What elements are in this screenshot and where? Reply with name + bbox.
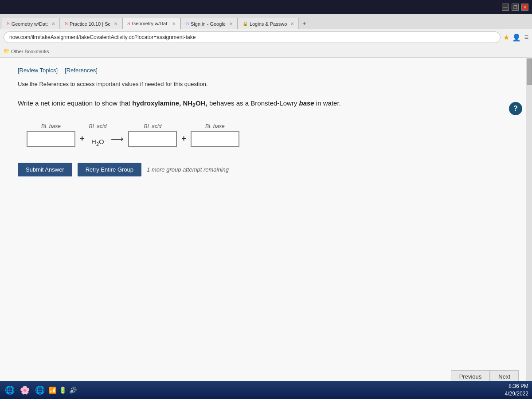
equation-area: BL base + BL acid H2O ⟶ BL acid + BL bas…: [27, 123, 408, 147]
tab-close-5[interactable]: ✕: [290, 21, 294, 26]
new-tab-button[interactable]: +: [299, 18, 309, 29]
tab-label-4: Sign in - Google: [191, 21, 226, 27]
tab-geometry2[interactable]: S Geometry w/Dat: ✕: [122, 18, 180, 29]
product2-input[interactable]: [191, 131, 239, 147]
minimize-button[interactable]: —: [502, 4, 509, 11]
tab-close-1[interactable]: ✕: [51, 21, 55, 26]
references-link[interactable]: [References]: [65, 67, 98, 74]
tab-close-2[interactable]: ✕: [114, 21, 117, 26]
tab-label-1: Geometry w/Dat:: [12, 21, 48, 27]
reactant1-label: BL base: [41, 123, 61, 129]
title-bar: — ❐ ✕: [0, 0, 532, 14]
tab-icon-5: 🔒: [243, 21, 248, 26]
tab-icon-1: S: [7, 21, 10, 26]
reactant1-input[interactable]: [27, 131, 75, 147]
product2-label: BL base: [205, 123, 225, 129]
volume-icon: 🔊: [69, 387, 77, 394]
menu-icon[interactable]: ≡: [524, 33, 528, 41]
main-content: [Review Topics] [References] Use the Ref…: [0, 58, 532, 399]
taskbar: 🌐 🌸 🌐 📶 🔋 🔊 8:36 PM 4/29/2022: [0, 381, 532, 399]
taskbar-flower-icon[interactable]: 🌸: [19, 384, 31, 396]
taskbar-app-icon[interactable]: 🌐: [34, 384, 46, 396]
question-text: Write a net ionic equation to show that …: [18, 98, 408, 110]
address-bar: ★ 👤 ≡: [0, 29, 532, 45]
question-text-part2: behaves as a Bronsted-Lowry: [207, 99, 299, 107]
question-text-part1: Write a net ionic equation to show that: [18, 99, 132, 107]
tab-label-2: Practice 10.10 | Sc: [70, 21, 110, 27]
tab-bar: S Geometry w/Dat: ✕ S Practice 10.10 | S…: [0, 14, 532, 29]
reactant1-group: BL base: [27, 123, 75, 147]
h2o-label: BL acid: [89, 123, 107, 129]
toolbar-icons: 👤 ≡: [512, 33, 528, 42]
product1-input[interactable]: [128, 131, 177, 147]
network-icon: 📶: [49, 387, 56, 394]
review-topics-link[interactable]: [Review Topics]: [18, 67, 58, 74]
h2o-formula: H2O: [91, 138, 104, 147]
user-icon[interactable]: 👤: [512, 33, 521, 42]
plus-operator-2: +: [181, 134, 186, 143]
other-bookmarks[interactable]: 📁 Other Bookmarks: [4, 48, 49, 54]
taskbar-date: 4/29/2022: [505, 390, 528, 398]
tab-close-4[interactable]: ✕: [229, 21, 233, 26]
scrollbar-thumb[interactable]: [527, 59, 532, 85]
tab-logins[interactable]: 🔒 Logins & Passwo ✕: [238, 18, 299, 29]
product2-group: BL base: [191, 123, 239, 147]
restore-button[interactable]: ❐: [512, 4, 519, 11]
taskbar-chrome-icon[interactable]: 🌐: [4, 384, 16, 396]
tab-icon-3: S: [127, 21, 130, 26]
question-text-part3: in water.: [314, 99, 341, 107]
tab-label-3: Geometry w/Dat:: [132, 21, 169, 26]
close-button[interactable]: ✕: [521, 4, 528, 11]
help-button[interactable]: ?: [509, 102, 522, 115]
tab-practice[interactable]: S Practice 10.10 | Sc ✕: [60, 18, 122, 29]
button-row: Submit Answer Retry Entire Group 1 more …: [18, 163, 408, 176]
tab-close-3[interactable]: ✕: [172, 21, 176, 26]
browser-chrome: S Geometry w/Dat: ✕ S Practice 10.10 | S…: [0, 14, 532, 58]
other-bookmarks-label: Other Bookmarks: [11, 49, 49, 54]
plus-operator-1: +: [80, 134, 85, 143]
attempt-remaining-text: 1 more group attempt remaining: [147, 166, 229, 173]
taskbar-time: 8:36 PM: [505, 383, 528, 390]
browser-scrollbar[interactable]: [526, 58, 532, 381]
product1-label: BL acid: [144, 123, 161, 129]
bookmark-star-icon[interactable]: ★: [503, 33, 509, 42]
question-formula: hydroxylamine, NH2OH,: [132, 99, 207, 107]
battery-icon: 🔋: [59, 387, 66, 394]
tab-icon-2: S: [65, 21, 68, 26]
folder-icon: 📁: [4, 48, 10, 54]
tab-label-5: Logins & Passwo: [250, 21, 287, 27]
content-area: [Review Topics] [References] Use the Ref…: [0, 58, 426, 194]
tab-icon-4: G: [185, 21, 189, 26]
h2o-group: BL acid H2O: [89, 123, 107, 147]
submit-answer-button[interactable]: Submit Answer: [18, 163, 72, 176]
taskbar-system-icons: 📶 🔋 🔊: [49, 387, 77, 394]
top-links: [Review Topics] [References]: [18, 67, 408, 74]
url-input[interactable]: [4, 31, 501, 43]
bookmarks-bar: 📁 Other Bookmarks: [0, 45, 532, 58]
tab-google-signin[interactable]: G Sign in - Google ✕: [180, 18, 238, 29]
question-base-word: base: [299, 99, 314, 107]
taskbar-time-display: 8:36 PM 4/29/2022: [505, 383, 528, 398]
reaction-arrow: ⟶: [111, 133, 124, 144]
retry-entire-group-button[interactable]: Retry Entire Group: [78, 163, 141, 176]
reference-instruction: Use the References to access important v…: [18, 81, 408, 87]
product1-group: BL acid: [128, 123, 177, 147]
tab-geometry1[interactable]: S Geometry w/Dat: ✕: [2, 18, 60, 29]
